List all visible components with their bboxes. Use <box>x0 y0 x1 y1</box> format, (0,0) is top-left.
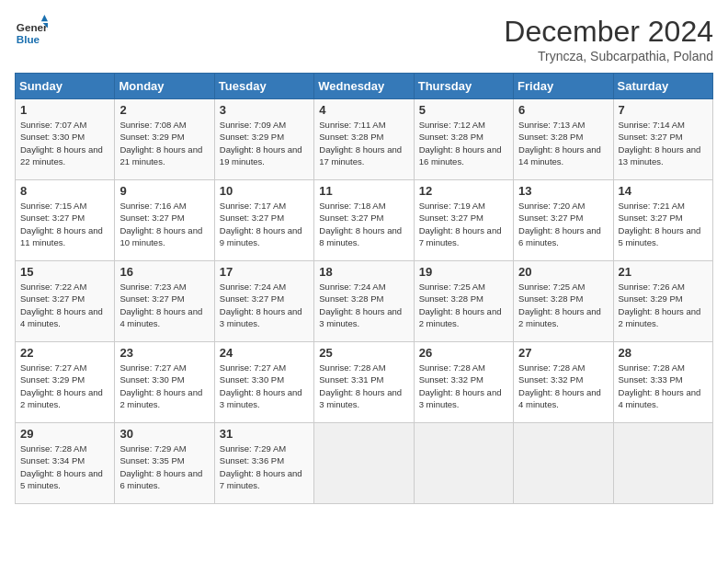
day-number: 6 <box>518 103 608 117</box>
day-number: 21 <box>619 265 708 279</box>
calendar-cell: 12Sunrise: 7:19 AMSunset: 3:27 PMDayligh… <box>414 180 513 261</box>
calendar-cell: 20Sunrise: 7:25 AMSunset: 3:28 PMDayligh… <box>514 261 613 342</box>
calendar-cell: 8Sunrise: 7:15 AMSunset: 3:27 PMDaylight… <box>16 180 115 261</box>
calendar-week-row: 1Sunrise: 7:07 AMSunset: 3:30 PMDaylight… <box>16 99 713 180</box>
cell-info: Sunrise: 7:15 AMSunset: 3:27 PMDaylight:… <box>20 200 109 248</box>
logo-icon: General Blue <box>15 15 48 48</box>
calendar-cell: 15Sunrise: 7:22 AMSunset: 3:27 PMDayligh… <box>16 261 115 342</box>
cell-info: Sunrise: 7:28 AMSunset: 3:32 PMDaylight:… <box>419 362 508 410</box>
day-number: 28 <box>619 346 708 360</box>
day-number: 17 <box>220 265 309 279</box>
day-header-sunday: Sunday <box>16 74 115 99</box>
day-header-monday: Monday <box>115 74 214 99</box>
day-header-saturday: Saturday <box>613 74 712 99</box>
calendar-cell: 14Sunrise: 7:21 AMSunset: 3:27 PMDayligh… <box>613 180 712 261</box>
cell-info: Sunrise: 7:24 AMSunset: 3:28 PMDaylight:… <box>319 281 408 329</box>
calendar-cell: 22Sunrise: 7:27 AMSunset: 3:29 PMDayligh… <box>16 342 115 423</box>
cell-info: Sunrise: 7:28 AMSunset: 3:34 PMDaylight:… <box>20 442 109 491</box>
cell-info: Sunrise: 7:11 AMSunset: 3:28 PMDaylight:… <box>319 119 408 167</box>
day-header-friday: Friday <box>514 74 613 99</box>
calendar-cell: 30Sunrise: 7:29 AMSunset: 3:35 PMDayligh… <box>115 423 214 504</box>
calendar-cell: 10Sunrise: 7:17 AMSunset: 3:27 PMDayligh… <box>214 180 313 261</box>
day-number: 29 <box>20 427 109 441</box>
calendar-week-row: 15Sunrise: 7:22 AMSunset: 3:27 PMDayligh… <box>16 261 713 342</box>
cell-info: Sunrise: 7:27 AMSunset: 3:29 PMDaylight:… <box>20 362 109 410</box>
calendar-cell: 11Sunrise: 7:18 AMSunset: 3:27 PMDayligh… <box>314 180 414 261</box>
calendar-header-row: SundayMondayTuesdayWednesdayThursdayFrid… <box>16 74 713 99</box>
cell-info: Sunrise: 7:24 AMSunset: 3:27 PMDaylight:… <box>220 281 309 329</box>
svg-text:Blue: Blue <box>17 33 40 45</box>
day-header-thursday: Thursday <box>414 74 513 99</box>
calendar-cell: 17Sunrise: 7:24 AMSunset: 3:27 PMDayligh… <box>214 261 313 342</box>
cell-info: Sunrise: 7:07 AMSunset: 3:30 PMDaylight:… <box>20 119 109 167</box>
day-number: 30 <box>119 427 209 441</box>
day-number: 8 <box>20 184 109 198</box>
cell-info: Sunrise: 7:09 AMSunset: 3:29 PMDaylight:… <box>220 119 309 167</box>
calendar-cell: 5Sunrise: 7:12 AMSunset: 3:28 PMDaylight… <box>414 99 513 180</box>
calendar-cell: 19Sunrise: 7:25 AMSunset: 3:28 PMDayligh… <box>414 261 513 342</box>
calendar-cell: 16Sunrise: 7:23 AMSunset: 3:27 PMDayligh… <box>115 261 214 342</box>
day-number: 11 <box>319 184 408 198</box>
cell-info: Sunrise: 7:20 AMSunset: 3:27 PMDaylight:… <box>518 200 608 248</box>
cell-info: Sunrise: 7:28 AMSunset: 3:32 PMDaylight:… <box>518 362 608 410</box>
logo: General Blue <box>15 15 48 48</box>
day-number: 27 <box>518 346 608 360</box>
svg-text:General: General <box>17 21 48 33</box>
calendar-cell: 25Sunrise: 7:28 AMSunset: 3:31 PMDayligh… <box>314 342 414 423</box>
cell-info: Sunrise: 7:25 AMSunset: 3:28 PMDaylight:… <box>419 281 508 329</box>
cell-info: Sunrise: 7:12 AMSunset: 3:28 PMDaylight:… <box>419 119 508 167</box>
calendar-cell: 31Sunrise: 7:29 AMSunset: 3:36 PMDayligh… <box>214 423 313 504</box>
day-number: 7 <box>619 103 708 117</box>
cell-info: Sunrise: 7:13 AMSunset: 3:28 PMDaylight:… <box>518 119 608 167</box>
day-number: 3 <box>220 103 309 117</box>
calendar-table: SundayMondayTuesdayWednesdayThursdayFrid… <box>15 73 713 504</box>
cell-info: Sunrise: 7:26 AMSunset: 3:29 PMDaylight:… <box>619 281 708 329</box>
calendar-cell: 18Sunrise: 7:24 AMSunset: 3:28 PMDayligh… <box>314 261 414 342</box>
calendar-cell: 9Sunrise: 7:16 AMSunset: 3:27 PMDaylight… <box>115 180 214 261</box>
day-header-tuesday: Tuesday <box>214 74 313 99</box>
day-number: 20 <box>518 265 608 279</box>
cell-info: Sunrise: 7:19 AMSunset: 3:27 PMDaylight:… <box>419 200 508 248</box>
cell-info: Sunrise: 7:22 AMSunset: 3:27 PMDaylight:… <box>20 281 109 329</box>
day-number: 10 <box>220 184 309 198</box>
calendar-cell: 3Sunrise: 7:09 AMSunset: 3:29 PMDaylight… <box>214 99 313 180</box>
calendar-cell: 21Sunrise: 7:26 AMSunset: 3:29 PMDayligh… <box>613 261 712 342</box>
calendar-week-row: 22Sunrise: 7:27 AMSunset: 3:29 PMDayligh… <box>16 342 713 423</box>
day-number: 26 <box>419 346 508 360</box>
page-header: General Blue December 2024 Tryncza, Subc… <box>15 15 713 63</box>
calendar-cell: 24Sunrise: 7:27 AMSunset: 3:30 PMDayligh… <box>214 342 313 423</box>
calendar-cell: 26Sunrise: 7:28 AMSunset: 3:32 PMDayligh… <box>414 342 513 423</box>
cell-info: Sunrise: 7:21 AMSunset: 3:27 PMDaylight:… <box>619 200 708 248</box>
calendar-cell: 7Sunrise: 7:14 AMSunset: 3:27 PMDaylight… <box>613 99 712 180</box>
cell-info: Sunrise: 7:27 AMSunset: 3:30 PMDaylight:… <box>220 362 309 410</box>
day-number: 9 <box>119 184 209 198</box>
calendar-cell <box>414 423 513 504</box>
day-number: 25 <box>319 346 408 360</box>
calendar-cell: 27Sunrise: 7:28 AMSunset: 3:32 PMDayligh… <box>514 342 613 423</box>
calendar-cell: 13Sunrise: 7:20 AMSunset: 3:27 PMDayligh… <box>514 180 613 261</box>
location-title: Tryncza, Subcarpathia, Poland <box>504 49 713 63</box>
calendar-week-row: 29Sunrise: 7:28 AMSunset: 3:34 PMDayligh… <box>16 423 713 504</box>
cell-info: Sunrise: 7:27 AMSunset: 3:30 PMDaylight:… <box>119 362 209 410</box>
day-number: 22 <box>20 346 109 360</box>
cell-info: Sunrise: 7:28 AMSunset: 3:33 PMDaylight:… <box>619 362 708 410</box>
cell-info: Sunrise: 7:17 AMSunset: 3:27 PMDaylight:… <box>220 200 309 248</box>
cell-info: Sunrise: 7:23 AMSunset: 3:27 PMDaylight:… <box>119 281 209 329</box>
day-number: 18 <box>319 265 408 279</box>
cell-info: Sunrise: 7:14 AMSunset: 3:27 PMDaylight:… <box>619 119 708 167</box>
month-title: December 2024 <box>504 15 713 49</box>
calendar-cell <box>514 423 613 504</box>
cell-info: Sunrise: 7:25 AMSunset: 3:28 PMDaylight:… <box>518 281 608 329</box>
day-number: 12 <box>419 184 508 198</box>
day-number: 13 <box>518 184 608 198</box>
day-number: 31 <box>220 427 309 441</box>
day-number: 15 <box>20 265 109 279</box>
calendar-cell: 23Sunrise: 7:27 AMSunset: 3:30 PMDayligh… <box>115 342 214 423</box>
calendar-cell <box>314 423 414 504</box>
day-number: 19 <box>419 265 508 279</box>
day-number: 1 <box>20 103 109 117</box>
calendar-cell: 1Sunrise: 7:07 AMSunset: 3:30 PMDaylight… <box>16 99 115 180</box>
day-number: 4 <box>319 103 408 117</box>
cell-info: Sunrise: 7:28 AMSunset: 3:31 PMDaylight:… <box>319 362 408 410</box>
svg-marker-2 <box>41 15 48 21</box>
